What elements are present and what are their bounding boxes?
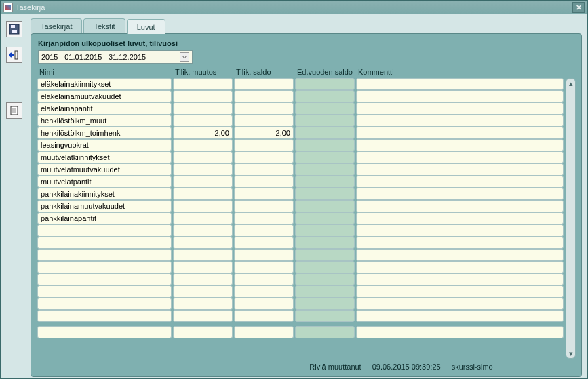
cell-muutos[interactable] — [173, 273, 233, 285]
table-row[interactable] — [37, 273, 564, 285]
table-row[interactable] — [37, 326, 564, 338]
cell-ed[interactable] — [295, 188, 355, 200]
cell-muutos[interactable] — [173, 261, 233, 273]
cell-kommentti[interactable] — [356, 224, 564, 237]
cell-saldo[interactable] — [234, 249, 294, 261]
table-row[interactable]: pankkilainakiinnitykset — [37, 188, 564, 200]
cell-kommentti[interactable] — [356, 261, 564, 273]
cell-nimi[interactable]: eläkelainakiinnitykset — [37, 78, 172, 90]
cell-ed[interactable] — [295, 273, 355, 285]
cell-saldo[interactable] — [234, 237, 294, 249]
cell-nimi[interactable] — [37, 249, 172, 261]
cell-nimi[interactable]: pankkilainamuutvakuudet — [37, 200, 172, 212]
cell-kommentti[interactable] — [356, 249, 564, 261]
cell-nimi[interactable] — [37, 326, 172, 338]
cell-ed[interactable] — [295, 102, 355, 115]
table-row[interactable]: muutvelatkiinnitykset — [37, 151, 564, 163]
cell-nimi[interactable] — [37, 273, 172, 285]
cell-ed[interactable] — [295, 249, 355, 261]
cell-saldo[interactable] — [234, 261, 294, 273]
cell-nimi[interactable] — [37, 261, 172, 273]
cell-muutos[interactable] — [173, 200, 233, 212]
cell-ed[interactable] — [295, 127, 355, 139]
table-row[interactable]: pankkilainapantit — [37, 212, 564, 224]
document-button[interactable] — [6, 102, 22, 119]
cell-saldo[interactable] — [234, 273, 294, 285]
cell-ed[interactable] — [295, 224, 355, 237]
cell-nimi[interactable] — [37, 285, 172, 298]
cell-ed[interactable] — [295, 163, 355, 176]
cell-kommentti[interactable] — [356, 212, 564, 224]
cell-nimi[interactable]: pankkilainapantit — [37, 212, 172, 224]
cell-nimi[interactable]: eläkelainamuutvakuudet — [37, 90, 172, 102]
cell-muutos[interactable] — [173, 139, 233, 151]
cell-nimi[interactable] — [37, 237, 172, 249]
cell-kommentti[interactable] — [356, 163, 564, 176]
cell-ed[interactable] — [295, 261, 355, 273]
cell-nimi[interactable]: pankkilainakiinnitykset — [37, 188, 172, 200]
cell-muutos[interactable] — [173, 326, 233, 338]
cell-muutos[interactable] — [173, 90, 233, 102]
cell-saldo[interactable] — [234, 310, 294, 322]
cell-nimi[interactable]: eläkelainapantit — [37, 102, 172, 115]
cell-kommentti[interactable] — [356, 127, 564, 139]
cell-ed[interactable] — [295, 298, 355, 310]
cell-ed[interactable] — [295, 151, 355, 163]
cell-muutos[interactable] — [173, 163, 233, 176]
tab-tekstit[interactable]: Tekstit — [83, 18, 125, 33]
cell-saldo[interactable] — [234, 326, 294, 338]
cell-kommentti[interactable] — [356, 188, 564, 200]
back-button[interactable] — [6, 47, 22, 63]
table-row[interactable]: eläkelainakiinnitykset — [37, 78, 564, 90]
table-row[interactable] — [37, 224, 564, 237]
table-row[interactable]: henkilöstölkm_muut — [37, 115, 564, 127]
cell-muutos[interactable] — [173, 310, 233, 322]
cell-kommentti[interactable] — [356, 310, 564, 322]
table-row[interactable] — [37, 249, 564, 261]
cell-nimi[interactable] — [37, 224, 172, 237]
cell-saldo[interactable] — [234, 139, 294, 151]
cell-nimi[interactable]: henkilöstölkm_toimhenk — [37, 127, 172, 139]
cell-nimi[interactable]: leasingvuokrat — [37, 139, 172, 151]
cell-saldo[interactable] — [234, 224, 294, 237]
cell-ed[interactable] — [295, 237, 355, 249]
cell-saldo[interactable] — [234, 90, 294, 102]
cell-muutos[interactable] — [173, 249, 233, 261]
cell-muutos[interactable] — [173, 151, 233, 163]
cell-ed[interactable] — [295, 90, 355, 102]
cell-saldo[interactable] — [234, 102, 294, 115]
cell-muutos[interactable] — [173, 212, 233, 224]
cell-muutos[interactable]: 2,00 — [173, 127, 233, 139]
cell-nimi[interactable] — [37, 298, 172, 310]
table-row[interactable] — [37, 261, 564, 273]
table-row[interactable]: muutvelatpantit — [37, 176, 564, 188]
cell-kommentti[interactable] — [356, 139, 564, 151]
cell-saldo[interactable] — [234, 151, 294, 163]
cell-muutos[interactable] — [173, 298, 233, 310]
period-select[interactable]: 2015 - 01.01.2015 - 31.12.2015 — [38, 50, 193, 64]
cell-ed[interactable] — [295, 326, 355, 338]
cell-saldo[interactable] — [234, 78, 294, 90]
table-row[interactable]: eläkelainapantit — [37, 102, 564, 115]
cell-saldo[interactable] — [234, 163, 294, 176]
cell-nimi[interactable]: henkilöstölkm_muut — [37, 115, 172, 127]
cell-kommentti[interactable] — [356, 90, 564, 102]
cell-saldo[interactable] — [234, 188, 294, 200]
cell-ed[interactable] — [295, 78, 355, 90]
cell-kommentti[interactable] — [356, 237, 564, 249]
cell-muutos[interactable] — [173, 176, 233, 188]
cell-muutos[interactable] — [173, 78, 233, 90]
cell-kommentti[interactable] — [356, 115, 564, 127]
close-button[interactable]: ✕ — [572, 2, 585, 13]
cell-kommentti[interactable] — [356, 326, 564, 338]
cell-kommentti[interactable] — [356, 273, 564, 285]
cell-kommentti[interactable] — [356, 285, 564, 298]
table-row[interactable] — [37, 298, 564, 310]
cell-ed[interactable] — [295, 212, 355, 224]
cell-saldo[interactable] — [234, 298, 294, 310]
cell-ed[interactable] — [295, 200, 355, 212]
cell-ed[interactable] — [295, 176, 355, 188]
cell-saldo[interactable] — [234, 285, 294, 298]
cell-muutos[interactable] — [173, 188, 233, 200]
cell-muutos[interactable] — [173, 285, 233, 298]
